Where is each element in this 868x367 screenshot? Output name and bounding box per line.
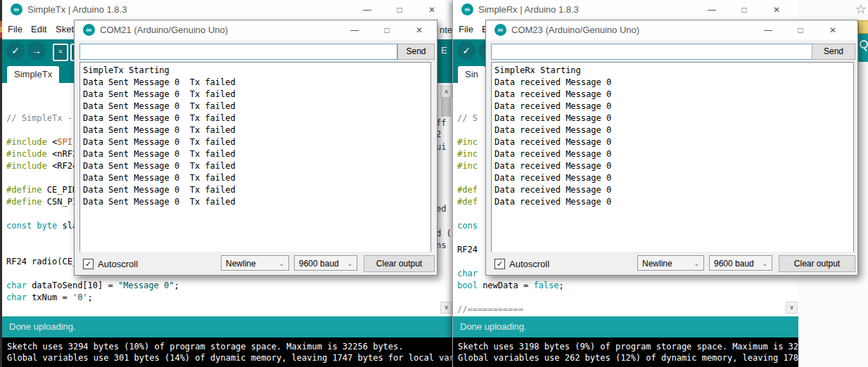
simplerx-statusbar: Done uploading. [453, 316, 798, 337]
console-line: Sketch uses 3294 bytes (10%) of program … [7, 342, 404, 352]
autoscroll-label: Autoscroll [98, 259, 138, 269]
window-title: SimpleTx | Arduino 1.8.3 [27, 4, 127, 15]
chevron-down-icon: ⌄ [694, 256, 699, 271]
magnifier-handle [863, 47, 867, 51]
folder-icon [858, 20, 868, 34]
send-button[interactable]: Send [397, 44, 435, 60]
baud-rate-dropdown[interactable]: 9600 baud ⌄ [294, 255, 357, 271]
com23-bottom-bar: ✓ Autoscroll Newline ⌄ 9600 baud ⌄ Clear… [486, 252, 857, 275]
baud-value: 9600 baud [714, 259, 754, 269]
serial-output[interactable]: SimpleRx StartingData received Message 0… [491, 62, 854, 253]
autoscroll-checkbox[interactable]: ✓ [83, 259, 94, 269]
baud-value: 9600 baud [299, 259, 339, 269]
window-title: SimpleRx | Arduino 1.8.3 [478, 4, 579, 15]
clipped-code-fragment: ns [436, 240, 446, 250]
clipped-code-fragment: d ( [436, 228, 452, 238]
clipped-code-fragment: ed [436, 204, 446, 214]
close-button[interactable]: ✕ [760, 0, 793, 20]
scrollbar-thumb[interactable] [441, 97, 451, 117]
menu-file[interactable]: File [459, 24, 473, 34]
line-ending-value: Newline [226, 259, 256, 269]
simplerx-titlebar[interactable]: ∞ SimpleRx | Arduino 1.8.3 — □ ✕ [453, 0, 798, 20]
tab-simplerx[interactable]: Sin [458, 66, 485, 83]
chevron-down-icon: ⌄ [347, 256, 352, 271]
new-sketch-button[interactable]: ≡ [53, 44, 68, 61]
status-message: Done uploading. [9, 321, 76, 332]
close-button[interactable]: ✕ [416, 0, 448, 20]
scrollbar-down-arrow[interactable]: ∨ [786, 302, 798, 314]
desktop: ☆ ∞ SimpleTx | Arduino 1.8.3 — □ ✕ File … [0, 0, 868, 367]
maximize-button[interactable]: □ [728, 0, 760, 20]
chevron-down-icon: ⌄ [762, 256, 767, 271]
com21-bottom-bar: ✓ Autoscroll Newline ⌄ 9600 baud ⌄ Clear… [75, 252, 437, 275]
clear-output-button[interactable]: Clear output [364, 255, 435, 272]
background-text-fragment: E [441, 45, 447, 56]
tab-simpletx[interactable]: SimpleTx [7, 66, 59, 83]
window-title: COM23 (Arduino/Genuino Uno) [511, 25, 639, 35]
star-icon: ☆ [855, 1, 867, 17]
maximize-button[interactable]: □ [784, 20, 817, 40]
com23-titlebar[interactable]: ∞ COM23 (Arduino/Genuino Uno) — □ ✕ [486, 20, 857, 40]
minimize-button[interactable]: — [752, 20, 784, 40]
baud-rate-dropdown[interactable]: 9600 baud ⌄ [709, 255, 772, 271]
verify-button[interactable]: ✓ [6, 41, 25, 60]
menu-edit[interactable]: Edit [31, 24, 46, 34]
console-line: Sketch uses 3198 bytes (9%) of program s… [458, 342, 798, 352]
scrollbar-down-arrow[interactable]: ∨ [440, 302, 452, 314]
serial-send-input[interactable] [491, 44, 815, 60]
chevron-down-icon: ⌄ [279, 256, 284, 271]
minimize-button[interactable]: — [338, 20, 371, 40]
serial-monitor-com21: ∞ COM21 (Arduino/Genuino Uno) — □ ✕ Send… [74, 20, 438, 276]
serial-send-input[interactable] [79, 44, 397, 60]
verify-button[interactable]: ✓ [457, 41, 476, 60]
scrollbar-up-arrow[interactable]: ∧ [440, 86, 452, 98]
arduino-logo-icon: ∞ [494, 24, 506, 36]
console-line: Global variables use 262 bytes (12%) of … [458, 353, 798, 363]
simpletx-titlebar[interactable]: ∞ SimpleTx | Arduino 1.8.3 — □ ✕ [2, 0, 452, 20]
background-teal-block [858, 34, 868, 62]
minimize-button[interactable]: — [351, 0, 383, 20]
serial-monitor-com23: ∞ COM23 (Arduino/Genuino Uno) — □ ✕ Send… [485, 20, 858, 276]
serial-output[interactable]: SimpleTx StartingData Sent Message 0 Tx … [79, 62, 431, 253]
simplerx-console: Sketch uses 3198 bytes (9%) of program s… [453, 337, 798, 367]
maximize-button[interactable]: □ [383, 0, 416, 20]
menu-file[interactable]: File [8, 24, 23, 34]
close-button[interactable]: ✕ [403, 20, 435, 40]
simpletx-console: Sketch uses 3294 bytes (10%) of program … [2, 337, 452, 367]
line-ending-dropdown[interactable]: Newline ⌄ [221, 255, 289, 271]
arduino-logo-icon: ∞ [11, 4, 23, 15]
clipped-code-fragment: ui [436, 142, 446, 152]
line-ending-value: Newline [642, 259, 672, 269]
console-line: Global variables use 301 bytes (14%) of … [7, 353, 452, 363]
status-message: Done uploading. [460, 321, 527, 332]
com21-titlebar[interactable]: ∞ COM21 (Arduino/Genuino Uno) — □ ✕ [75, 20, 437, 40]
simpletx-statusbar: Done uploading. [2, 316, 452, 337]
autoscroll-checkbox[interactable]: ✓ [494, 259, 505, 269]
close-button[interactable]: ✕ [817, 20, 849, 40]
clipped-code-fragment: ff [436, 118, 446, 128]
arduino-logo-icon: ∞ [83, 24, 95, 36]
background-text-fragment: nte [440, 25, 452, 35]
clear-output-button[interactable]: Clear output [779, 255, 855, 272]
window-title: COM21 (Arduino/Genuino Uno) [100, 25, 228, 35]
maximize-button[interactable]: □ [371, 20, 403, 40]
send-button[interactable]: Send [812, 44, 855, 60]
line-ending-dropdown[interactable]: Newline ⌄ [637, 255, 704, 271]
minimize-button[interactable]: — [696, 0, 728, 20]
autoscroll-label: Autoscroll [509, 259, 549, 269]
arduino-logo-icon: ∞ [461, 4, 473, 15]
upload-button[interactable]: → [27, 41, 46, 60]
